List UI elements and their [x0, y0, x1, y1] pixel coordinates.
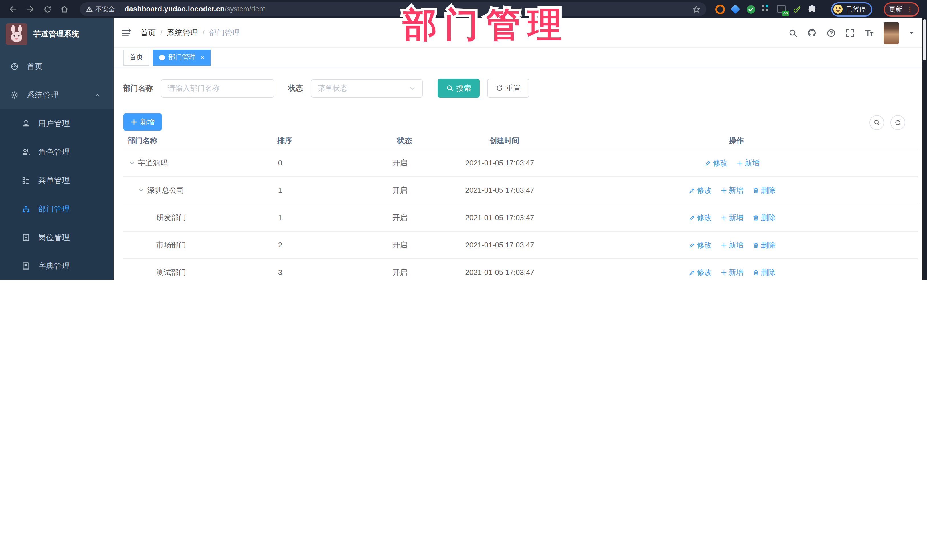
- dept-status: 开启: [365, 240, 435, 250]
- delete-link[interactable]: 删除: [752, 267, 775, 278]
- dept-name-input[interactable]: [161, 79, 274, 97]
- dept-status: 开启: [365, 212, 435, 223]
- table-row[interactable]: 研发部门 1 开启 2021-01-05 17:03:47 修改: [123, 204, 918, 232]
- url-separator: [120, 5, 120, 13]
- dept-sort: 2: [254, 241, 306, 249]
- hamburger-icon[interactable]: [121, 28, 131, 38]
- search-button[interactable]: 搜索: [438, 79, 480, 97]
- sidebar-item[interactable]: 用户管理: [0, 109, 114, 138]
- avatar-caret-down-icon[interactable]: [909, 30, 915, 36]
- tab-label: 部门管理: [168, 52, 196, 62]
- delete-link[interactable]: 删除: [752, 185, 775, 195]
- sidebar-item[interactable]: 系统管理: [0, 81, 114, 109]
- sidebar: 芋道管理系统 首页 系统管理 用户管理: [0, 18, 114, 280]
- toggle-search-icon[interactable]: [869, 115, 884, 130]
- col-header-actions: 操作: [569, 136, 904, 146]
- extensions-puzzle-icon[interactable]: [808, 4, 818, 14]
- sidebar-item-label: 用户管理: [38, 118, 70, 129]
- user-avatar[interactable]: [884, 21, 899, 44]
- sidebar-item[interactable]: 字典管理: [0, 252, 114, 280]
- dept-table: 部门名称 排序 状态 创建时间 操作 芋道源码 0 开启: [123, 133, 918, 280]
- tab-close-icon[interactable]: ×: [200, 54, 204, 61]
- fullscreen-icon[interactable]: [845, 28, 854, 37]
- extension-key-icon[interactable]: [792, 4, 802, 14]
- bookmark-star-icon[interactable]: [692, 5, 701, 14]
- browser-menu-dots-icon[interactable]: ⋮: [907, 6, 913, 12]
- help-icon[interactable]: [827, 28, 836, 37]
- sidebar-item[interactable]: 菜单管理: [0, 167, 114, 195]
- modify-link[interactable]: 修改: [688, 267, 712, 278]
- reset-button[interactable]: 重置: [487, 79, 529, 97]
- select-chevron-down-icon: [409, 85, 416, 91]
- add-child-link[interactable]: 新增: [720, 185, 744, 195]
- update-label: 更新: [889, 5, 902, 14]
- scrollbar-thumb[interactable]: [923, 20, 926, 61]
- table-row[interactable]: 市场部门 2 开启 2021-01-05 17:03:47 修改: [123, 232, 918, 259]
- add-child-link[interactable]: 新增: [720, 212, 744, 223]
- browser-back-icon[interactable]: [6, 2, 21, 17]
- modify-link[interactable]: 修改: [688, 212, 712, 223]
- filter-form: 部门名称 状态 菜单状态 搜索 重置: [123, 79, 922, 97]
- modify-link[interactable]: 修改: [688, 185, 712, 195]
- sidebar-item-label: 岗位管理: [38, 233, 70, 243]
- extension-ring-icon[interactable]: [715, 4, 725, 14]
- menu-list-icon: [22, 176, 31, 185]
- font-size-icon[interactable]: [864, 28, 874, 38]
- breadcrumb-system[interactable]: 系统管理: [167, 28, 198, 38]
- sidebar-item[interactable]: 部门管理: [0, 195, 114, 223]
- table-row[interactable]: 芋道源码 0 开启 2021-01-05 17:03:47 修改: [123, 149, 918, 177]
- modify-link[interactable]: 修改: [704, 158, 728, 168]
- table-row[interactable]: 测试部门 3 开启 2021-01-05 17:03:47 修改: [123, 259, 918, 280]
- delete-link[interactable]: 删除: [752, 212, 775, 223]
- sidebar-item[interactable]: 角色管理: [0, 138, 114, 167]
- address-bar[interactable]: 不安全 dashboard.yudao.iocoder.cn/system/de…: [80, 2, 706, 16]
- expand-chevron-icon[interactable]: [138, 187, 144, 193]
- modify-link[interactable]: 修改: [688, 240, 712, 250]
- add-child-link[interactable]: 新增: [720, 267, 744, 278]
- browser-profile-chip[interactable]: 已暂停: [831, 2, 872, 16]
- sidebar-item[interactable]: 岗位管理: [0, 223, 114, 252]
- add-child-link[interactable]: 新增: [720, 240, 744, 250]
- app-logo-row[interactable]: 芋道管理系统: [0, 18, 114, 50]
- table-toolbar: 新增: [123, 114, 913, 129]
- edit-pencil-icon: [688, 214, 695, 221]
- status-select[interactable]: 菜单状态: [311, 79, 423, 97]
- add-child-link[interactable]: 新增: [736, 158, 760, 168]
- extension-on-badge: on: [782, 11, 789, 16]
- view-tab[interactable]: 首页: [123, 49, 149, 65]
- add-button[interactable]: 新增: [123, 114, 162, 131]
- github-icon[interactable]: [807, 28, 817, 38]
- edit-pencil-icon: [688, 187, 695, 194]
- breadcrumb-separator: /: [202, 29, 205, 37]
- extension-check-icon[interactable]: [746, 4, 756, 14]
- extension-gem-icon[interactable]: [731, 4, 740, 14]
- table-settings: [869, 115, 905, 130]
- table-row[interactable]: 深圳总公司 1 开启 2021-01-05 17:03:47 修改: [123, 177, 918, 204]
- extension-grid-icon[interactable]: [761, 4, 771, 14]
- browser-home-icon[interactable]: [57, 2, 72, 17]
- dashboard-icon: [10, 62, 20, 71]
- plus-icon: [720, 187, 727, 194]
- edit-pencil-icon: [688, 241, 695, 248]
- col-header-created: 创建时间: [439, 136, 569, 146]
- active-tab-dot: [159, 55, 165, 60]
- search-icon[interactable]: [789, 28, 798, 37]
- security-warning[interactable]: 不安全: [85, 5, 115, 14]
- trash-icon: [752, 214, 759, 221]
- dept-created-time: 2021-01-05 17:03:47: [435, 159, 565, 167]
- delete-link[interactable]: 删除: [752, 240, 775, 250]
- refresh-table-icon[interactable]: [891, 115, 905, 130]
- profile-emoji-avatar: [833, 5, 843, 14]
- expand-chevron-icon[interactable]: [129, 160, 135, 166]
- browser-reload-icon[interactable]: [40, 2, 55, 17]
- breadcrumb-home[interactable]: 首页: [140, 28, 156, 38]
- dept-name: 市场部门: [156, 240, 186, 250]
- browser-update-button[interactable]: 更新 ⋮: [883, 2, 919, 16]
- edit-pencil-icon: [688, 269, 695, 276]
- users-icon: [22, 148, 31, 157]
- page-scrollbar[interactable]: [922, 18, 927, 280]
- sidebar-item[interactable]: 首页: [0, 52, 114, 81]
- browser-forward-icon[interactable]: [23, 2, 38, 17]
- extension-on-badge-icon[interactable]: on: [777, 4, 787, 14]
- view-tab[interactable]: 部门管理 ×: [153, 49, 211, 65]
